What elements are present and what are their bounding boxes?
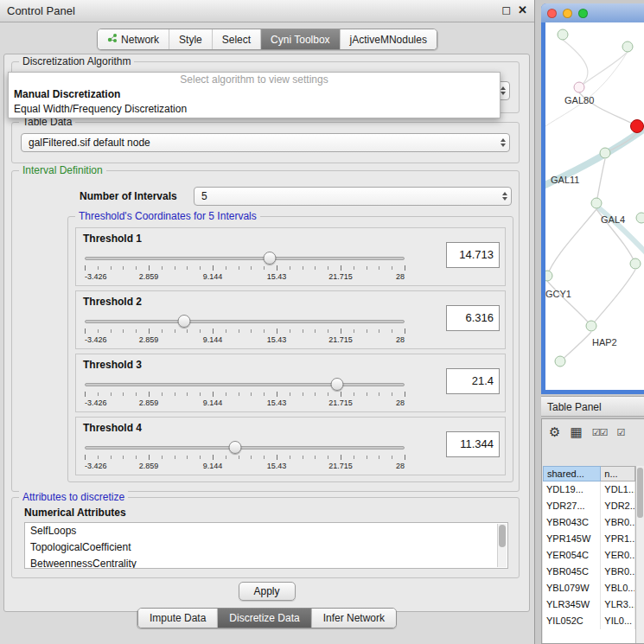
cell[interactable]: YDR27... (543, 498, 601, 514)
gear-icon[interactable]: ⚙ (549, 424, 560, 440)
select-all-icon[interactable]: ☑☑ (592, 424, 608, 440)
tab-select[interactable]: Select (212, 29, 260, 49)
threshold-slider[interactable]: -3.426 2.859 9.144 15.43 21.715 28 (85, 377, 405, 410)
threshold-value-field[interactable]: 6.316 (446, 305, 500, 331)
column-header-name[interactable]: n... (601, 466, 635, 481)
table-scrollbar[interactable] (635, 466, 644, 643)
dropdown-option-manual[interactable]: Manual Discretization (9, 87, 500, 102)
cell[interactable]: YLR345W (543, 596, 601, 613)
cell[interactable]: YDL19... (543, 481, 601, 498)
network-node[interactable] (622, 41, 634, 53)
table-row[interactable]: YLR345WYLR3... (543, 596, 635, 613)
dropdown-option-equal-width[interactable]: Equal Width/Frequency Discretization (9, 102, 500, 117)
threshold-value-field[interactable]: 21.4 (446, 368, 500, 394)
network-node[interactable] (574, 82, 585, 93)
cell[interactable]: YPR145W (543, 531, 601, 547)
tab-impute-data[interactable]: Impute Data (138, 609, 217, 628)
slider-track[interactable] (85, 383, 405, 386)
network-node[interactable] (600, 148, 611, 159)
numerical-attributes-list[interactable]: SelfLoops TopologicalCoefficient Between… (24, 522, 508, 569)
cell[interactable]: YLR3... (601, 596, 635, 613)
cell[interactable]: YBR043C (543, 514, 601, 531)
network-node[interactable] (555, 356, 566, 367)
table-data-select[interactable]: galFiltered.sif default node (21, 133, 510, 152)
tab-infer-network[interactable]: Infer Network (311, 609, 396, 628)
list-item[interactable]: SelfLoops (25, 523, 507, 539)
network-node[interactable] (586, 321, 597, 332)
tab-style[interactable]: Style (169, 29, 212, 49)
list-item[interactable]: TopologicalCoefficient (25, 539, 507, 556)
table-row[interactable]: YER054CYER0... (543, 547, 635, 564)
table-row[interactable]: YBR045CYBR0... (543, 564, 635, 580)
tab-discretize-data[interactable]: Discretize Data (217, 609, 310, 628)
cell[interactable]: YBR0... (601, 564, 635, 580)
scale-label: 2.859 (139, 399, 159, 407)
minimize-traffic-light-icon[interactable] (563, 9, 572, 18)
tab-network[interactable]: Network (98, 29, 169, 49)
tab-label: jActiveMNodules (350, 34, 427, 46)
threshold-value-field[interactable]: 14.713 (446, 242, 500, 268)
dropdown-placeholder: Select algorithm to view settings (9, 73, 500, 87)
float-window-icon[interactable]: ◻ (501, 3, 511, 16)
numerical-attributes-label: Numerical Attributes (24, 507, 126, 519)
slider-track[interactable] (85, 257, 405, 260)
scrollbar-thumb[interactable] (499, 525, 506, 547)
table-row[interactable]: YDL19...YDL1... (543, 481, 635, 498)
table-row[interactable]: YIL052CYIL0... (543, 613, 635, 629)
threshold-slider[interactable]: -3.426 2.859 9.144 15.43 21.715 28 (85, 440, 405, 473)
table-toolbar: ⚙ ▦ ☑☑ ☑ (549, 424, 624, 440)
cell[interactable]: YBR0... (601, 514, 635, 531)
select-icon[interactable]: ☑ (616, 424, 624, 440)
tab-cyni-toolbox[interactable]: Cyni Toolbox (260, 29, 339, 49)
zoom-traffic-light-icon[interactable] (578, 9, 588, 18)
cell[interactable]: YIL052C (543, 613, 601, 629)
apply-button[interactable]: Apply (239, 582, 296, 601)
columns-icon[interactable]: ▦ (570, 424, 582, 440)
tab-jactivemnodules[interactable]: jActiveMNodules (340, 29, 437, 49)
threshold-label: Threshold 2 (83, 296, 142, 308)
network-canvas[interactable]: GAL80 GAL11 GAL4 GCY1 HAP2 (545, 22, 644, 390)
network-node[interactable] (636, 213, 644, 224)
node-label: GCY1 (545, 289, 571, 299)
slider-thumb[interactable] (331, 378, 344, 391)
cell[interactable]: YER054C (543, 547, 601, 564)
close-icon[interactable]: ✕ (518, 3, 527, 16)
group-label: Threshold's Coordinates for 5 Intervals (75, 210, 260, 222)
network-window-titlebar (541, 3, 644, 22)
table-row[interactable]: YPR145WYPR1... (543, 531, 635, 547)
table-row[interactable]: YBR043CYBR0... (543, 514, 635, 531)
cell[interactable]: YBL079W (543, 580, 601, 596)
num-intervals-select[interactable]: 5 (194, 187, 512, 206)
column-header-shared-name[interactable]: shared... (543, 466, 601, 481)
network-node[interactable] (630, 258, 641, 270)
threshold-value-field[interactable]: 11.344 (446, 431, 500, 457)
threshold-slider[interactable]: -3.426 2.859 9.144 15.43 21.715 28 (85, 251, 405, 284)
slider-thumb[interactable] (177, 315, 190, 328)
cell[interactable]: YDL1... (601, 481, 635, 498)
cell[interactable]: YBR045C (543, 564, 601, 580)
cell[interactable]: YIL0... (601, 613, 635, 629)
cell[interactable]: YER0... (601, 547, 635, 564)
network-node[interactable] (558, 29, 569, 41)
slider-thumb[interactable] (228, 441, 241, 454)
table-row[interactable]: YBL079WYBL0... (543, 580, 635, 596)
cell[interactable]: YDR2... (601, 498, 635, 514)
threshold-panel-2: Threshold 2 -3.426 2.859 9.144 15.43 21.… (75, 290, 506, 349)
slider-track[interactable] (85, 320, 405, 323)
cell[interactable]: YBL0... (601, 580, 635, 596)
slider-thumb[interactable] (263, 252, 276, 265)
table-header-row: shared... n... (543, 466, 635, 481)
algorithm-dropdown-popup: Select algorithm to view settings Manual… (8, 72, 501, 118)
scale-label: 21.715 (328, 462, 353, 470)
list-item[interactable]: BetweennessCentrality (25, 556, 507, 569)
list-scrollbar[interactable] (497, 524, 507, 567)
cell[interactable]: YPR1... (601, 531, 635, 547)
top-tabbar: Network Style Select Cyni Toolbox jActiv… (97, 29, 437, 50)
slider-track[interactable] (85, 446, 405, 450)
close-traffic-light-icon[interactable] (547, 9, 557, 18)
network-node[interactable] (591, 198, 603, 209)
threshold-slider[interactable]: -3.426 2.859 9.144 15.43 21.715 28 (85, 314, 405, 347)
table-row[interactable]: YDR27...YDR2... (543, 498, 635, 514)
network-node-selected[interactable] (630, 119, 644, 133)
scrollbar-thumb[interactable] (637, 468, 643, 518)
